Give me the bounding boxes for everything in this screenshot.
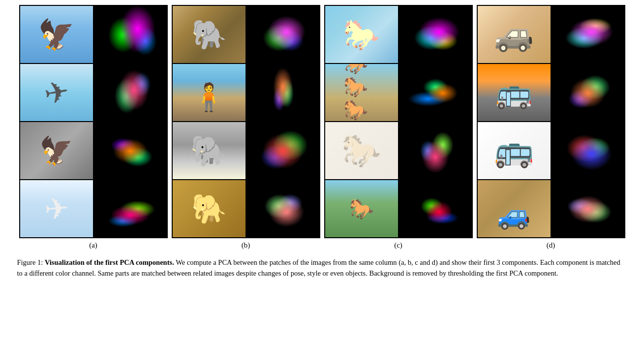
image-d1-photo [478,6,551,63]
figure-caption: Figure 1: Visualization of the first PCA… [12,257,632,279]
column-c: (c) [324,5,473,250]
image-a1-pca [94,6,167,64]
image-b1-pca [246,6,319,64]
image-c2-pca [399,64,472,122]
column-c-grid [324,5,473,238]
column-b-label: (b) [242,241,250,250]
image-a2-pca [94,64,167,122]
figure-bold-text: Visualization of the first PCA component… [45,258,174,266]
figure-container: (a) (b) [5,5,639,279]
column-a-label: (a) [89,241,97,250]
column-a: (a) [19,5,168,250]
image-a3-pca [94,122,167,180]
figure-label: Figure 1: [17,258,43,266]
image-d3-photo [478,122,551,179]
image-c4-photo [325,180,398,237]
image-a4-pca [94,180,167,238]
image-c1-photo [325,6,398,63]
image-a4-photo [20,180,93,237]
image-b4-pca [246,180,319,238]
column-b-grid [172,5,320,238]
column-d: (d) [477,5,625,250]
column-b: (b) [172,5,320,250]
image-d2-photo [478,64,551,121]
image-b2-photo [173,64,245,121]
image-b4-photo [173,180,245,237]
image-a3-photo [20,122,93,179]
column-c-label: (c) [394,241,402,250]
image-a1-photo [20,6,93,63]
column-a-grid [19,5,168,238]
image-a2-photo [20,64,93,121]
image-d4-pca [552,180,624,238]
image-c3-pca [399,122,472,180]
column-d-label: (d) [547,241,555,250]
image-c3-photo [325,122,398,179]
column-d-grid [477,5,625,238]
image-d3-pca [552,122,624,180]
image-c1-pca [399,6,472,64]
image-b2-pca [246,64,319,122]
image-c2-photo [325,64,398,121]
image-d2-pca [552,64,624,122]
image-b3-pca [246,122,319,180]
image-b1-photo [173,6,245,63]
image-d1-pca [552,6,624,64]
image-c4-pca [399,180,472,238]
images-row: (a) (b) [5,5,639,250]
image-d4-photo [478,180,551,237]
image-b3-photo [173,122,245,179]
